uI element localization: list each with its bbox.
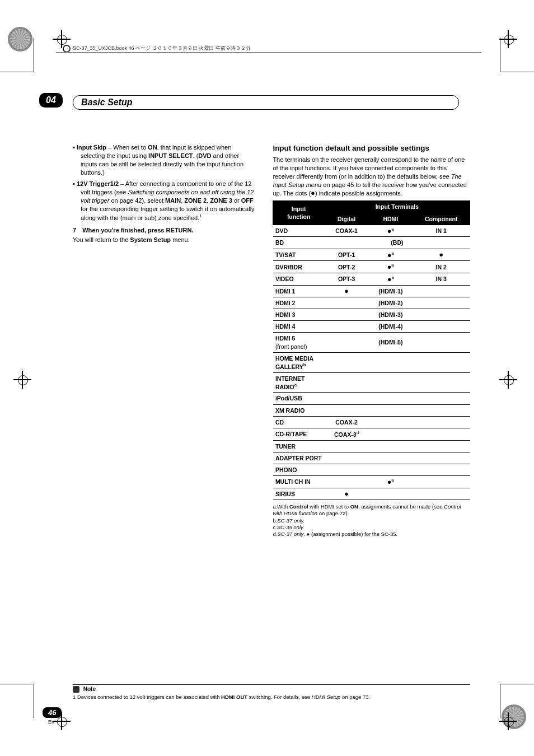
- input-function-cell: BD: [273, 237, 324, 249]
- th-input-terminals: Input Terminals: [324, 201, 470, 213]
- input-function-cell: INTERNET RADIOc: [273, 372, 324, 393]
- footnote-ref: 1: [199, 213, 202, 218]
- hdmi-cell: [369, 404, 413, 416]
- book-icon: [63, 45, 71, 53]
- hdmi-cell: [369, 352, 413, 372]
- t: for the corresponding trigger setting to…: [81, 206, 255, 221]
- print-ring-icon: [8, 27, 32, 52]
- component-cell: [413, 285, 470, 297]
- registration-mark-icon: [17, 374, 28, 385]
- table-row: TV/SATOPT-1●a●: [273, 249, 470, 261]
- component-cell: [413, 297, 470, 309]
- input-function-cell: VIDEO: [273, 273, 324, 285]
- input-function-cell: SIRIUS: [273, 488, 324, 500]
- footnote-label: Note: [83, 686, 96, 692]
- subsection-heading: Input function default and possible sett…: [273, 143, 470, 153]
- t: ON: [148, 144, 157, 151]
- table-row: CDCOAX-2: [273, 416, 470, 428]
- pencil-icon: [73, 686, 79, 693]
- table-row: BD(BD): [273, 237, 470, 249]
- hdmi-cell: [369, 440, 413, 452]
- registration-mark-icon: [503, 34, 514, 45]
- hdmi-cell: (HDMI-4): [369, 321, 413, 333]
- digital-cell: [324, 476, 369, 488]
- input-function-cell: TV/SAT: [273, 249, 324, 261]
- hdmi-cell: [369, 428, 413, 440]
- digital-cell: ●: [324, 488, 369, 500]
- input-function-cell: PHONO: [273, 464, 324, 475]
- input-function-cell: DVD: [273, 225, 324, 237]
- input-function-cell: TUNER: [273, 440, 324, 452]
- input-function-cell: iPod/USB: [273, 393, 324, 404]
- component-cell: IN 3: [413, 273, 470, 285]
- hdmi-cell: [369, 452, 413, 464]
- hdmi-cell: ●a: [369, 249, 413, 261]
- digital-cell: [324, 297, 369, 309]
- hdmi-cell: ●a: [369, 273, 413, 285]
- page-lang: En: [48, 719, 54, 725]
- registration-mark-icon: [503, 716, 514, 727]
- t: ) indicate possible assignments.: [315, 190, 402, 197]
- table-row: CD-R/TAPECOAX-3d: [273, 428, 470, 440]
- lead: Input Skip: [77, 144, 106, 151]
- input-function-cell: MULTI CH IN: [273, 476, 324, 488]
- digital-cell: [324, 440, 369, 452]
- digital-cell: [324, 404, 369, 416]
- digital-cell: OPT-1: [324, 249, 369, 261]
- digital-cell: COAX-3d: [324, 428, 369, 440]
- hdmi-cell: [369, 393, 413, 404]
- dot-icon: ●: [311, 189, 315, 197]
- table-row: ADAPTER PORT: [273, 452, 470, 464]
- component-cell: [413, 488, 470, 500]
- th-digital: Digital: [324, 213, 369, 225]
- step-number: 7: [73, 227, 76, 234]
- hdmi-cell: [369, 416, 413, 428]
- table-row: MULTI CH IN●a: [273, 476, 470, 488]
- registration-mark-icon: [503, 374, 514, 385]
- input-function-cell: HDMI 2: [273, 297, 324, 309]
- component-cell: [413, 464, 470, 475]
- input-function-cell: HOME MEDIA GALLERYb: [273, 352, 324, 372]
- t: You will return to the: [73, 236, 130, 243]
- table-row: HDMI 1●(HDMI-1): [273, 285, 470, 297]
- table-row: XM RADIO: [273, 404, 470, 416]
- table-row: INTERNET RADIOc: [273, 372, 470, 393]
- running-head-rule: [56, 52, 481, 53]
- hdmi-cell: ●a: [369, 261, 413, 273]
- page-number: 46: [43, 707, 62, 718]
- table-row: HDMI 4(HDMI-4): [273, 321, 470, 333]
- t: System Setup: [130, 236, 171, 243]
- hdmi-cell: ●a: [369, 225, 413, 237]
- t: ZONE 3: [210, 197, 232, 204]
- component-cell: [413, 404, 470, 416]
- table-notes: a.With Control with HDMI set to ON, assi…: [273, 503, 470, 538]
- th-input-function: Input function: [273, 201, 324, 225]
- t: on page 42), select: [109, 197, 165, 204]
- lead: 12V Trigger1/2: [77, 180, 119, 187]
- running-head: SC-37_35_UXJCB.book 46 ページ ２０１０年３月９日 火曜日…: [73, 45, 251, 52]
- digital-cell: [324, 372, 369, 393]
- registration-mark-icon: [56, 34, 67, 45]
- digital-cell: [324, 321, 369, 333]
- input-function-cell: CD: [273, 416, 324, 428]
- digital-cell: [324, 352, 369, 372]
- bullet-input-skip: Input Skip – When set to ON, that input …: [81, 143, 257, 176]
- input-function-cell: XM RADIO: [273, 404, 324, 416]
- input-function-cell: HDMI 4: [273, 321, 324, 333]
- th-hdmi: HDMI: [369, 213, 413, 225]
- input-function-cell: DVR/BDR: [273, 261, 324, 273]
- t: Input: [292, 206, 306, 212]
- span-cell: (BD): [324, 237, 470, 249]
- note-c: c.SC-35 only.: [273, 524, 470, 531]
- table-row: HDMI 2(HDMI-2): [273, 297, 470, 309]
- input-function-cell: HDMI 5(front panel): [273, 333, 324, 352]
- component-cell: ●: [413, 249, 470, 261]
- component-cell: IN 2: [413, 261, 470, 273]
- component-cell: IN 1: [413, 225, 470, 237]
- table-row: DVR/BDROPT-2●aIN 2: [273, 261, 470, 273]
- t: INPUT SELECT: [148, 152, 193, 159]
- t: OFF: [241, 197, 254, 204]
- component-cell: [413, 416, 470, 428]
- input-function-cell: HDMI 3: [273, 309, 324, 320]
- table-row: TUNER: [273, 440, 470, 452]
